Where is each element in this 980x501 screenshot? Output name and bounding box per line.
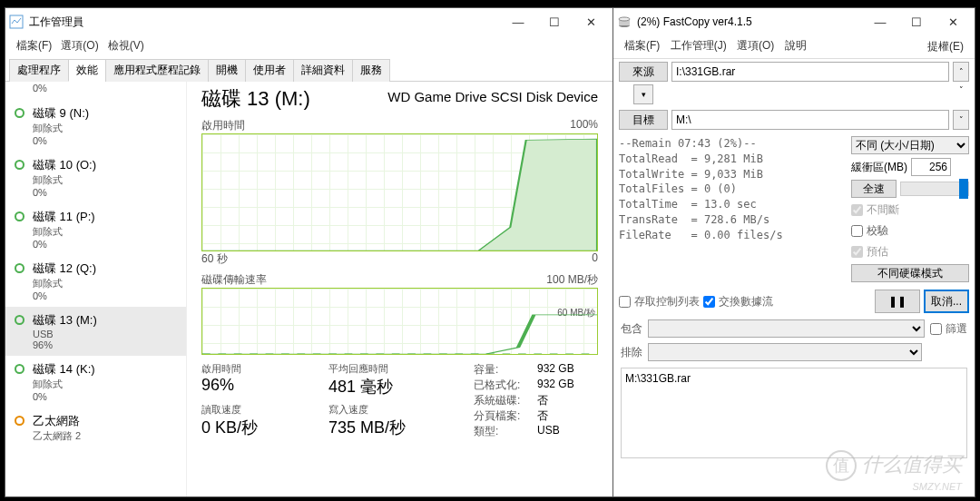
tab-startup[interactable]: 開機: [208, 59, 246, 82]
sidebar-disk-item[interactable]: 磁碟 12 (Q:)卸除式0%: [5, 255, 186, 307]
fullspeed-button[interactable]: 全速: [851, 180, 897, 198]
sidebar-disk-item[interactable]: 磁碟 14 (K:)卸除式0%: [5, 356, 186, 408]
maximize-button[interactable]: ☐: [898, 15, 935, 29]
sidebar-disk-item[interactable]: 乙太網路乙太網路 2: [5, 408, 186, 448]
status-dot-icon: [15, 315, 24, 325]
minimize-button[interactable]: —: [500, 15, 536, 29]
status-text: --Remain 07:43 (2%)-- TotalRead = 9,281 …: [619, 136, 846, 282]
sidebar-disk-item[interactable]: 磁碟 9 (N:)卸除式0%: [5, 100, 186, 152]
status-dot-icon: [15, 211, 24, 221]
tab-details[interactable]: 詳細資料: [293, 59, 353, 82]
crumb: 0%: [33, 83, 47, 93]
disk-heading: 磁碟 13 (M:): [201, 85, 310, 113]
pause-button[interactable]: ❚❚: [875, 290, 920, 313]
diffdisk-button[interactable]: 不同硬碟模式: [851, 264, 969, 282]
close-button[interactable]: ✕: [935, 15, 971, 29]
acl-checkbox[interactable]: [619, 296, 631, 308]
exclude-label: 排除: [621, 345, 642, 360]
sidebar-disk-item[interactable]: 磁碟 13 (M:)USB96%: [5, 307, 186, 356]
status-dot-icon: [15, 263, 24, 273]
chart2-label: 磁碟傳輸速率: [201, 272, 267, 288]
svg-point-3: [619, 17, 630, 21]
menu-options[interactable]: 選項(O): [733, 38, 778, 53]
cancel-button[interactable]: 取消...: [924, 290, 969, 313]
include-label: 包含: [621, 321, 642, 337]
menubar: 檔案(F) 選項(O) 檢視(V): [5, 35, 612, 56]
tabs: 處理程序 效能 應用程式歷程記錄 開機 使用者 詳細資料 服務: [5, 58, 612, 82]
tab-performance[interactable]: 效能: [68, 59, 106, 82]
maximize-button[interactable]: ☐: [536, 15, 573, 29]
tab-users[interactable]: 使用者: [245, 59, 294, 82]
chart-active-time: [201, 133, 598, 251]
menu-file[interactable]: 檔案(F): [13, 37, 55, 54]
chart-transfer-rate: 60 MB/秒: [201, 288, 598, 355]
include-select[interactable]: [648, 319, 925, 338]
mode-select[interactable]: 不同 (大小/日期): [851, 136, 969, 154]
sidebar-disk-item[interactable]: 磁碟 11 (P:)卸除式0%: [5, 203, 186, 255]
status-dot-icon: [15, 160, 24, 170]
tab-apphistory[interactable]: 應用程式歷程記錄: [105, 59, 209, 82]
source-button[interactable]: 來源: [619, 62, 668, 82]
tab-processes[interactable]: 處理程序: [9, 59, 69, 82]
chart1-label: 啟用時間: [201, 118, 245, 133]
filter-checkbox[interactable]: [930, 323, 942, 335]
swap-icon[interactable]: ▾: [633, 84, 653, 104]
task-manager-window: 工作管理員 — ☐ ✕ 檔案(F) 選項(O) 檢視(V) 處理程序 效能 應用…: [5, 8, 613, 496]
stat-write-speed: 735 MB/秒: [328, 417, 456, 438]
menu-elevate[interactable]: 提權(E): [924, 38, 967, 55]
titlebar: 工作管理員 — ☐ ✕: [5, 8, 612, 35]
dest-dropdown-icon[interactable]: ˅: [953, 110, 969, 130]
status-dot-icon: [15, 108, 24, 118]
stat-response-time: 481 毫秒: [328, 376, 456, 398]
source-dropdown-icon[interactable]: ˄˅: [953, 62, 969, 82]
window-title: (2%) FastCopy ver4.1.5: [632, 15, 862, 28]
window-title: 工作管理員: [24, 15, 500, 30]
menu-help[interactable]: 說明: [781, 38, 810, 53]
close-button[interactable]: ✕: [573, 15, 609, 29]
chart1-max: 100%: [570, 118, 598, 133]
taskmgr-icon: [9, 15, 24, 29]
stat-active-time: 96%: [201, 376, 328, 395]
dest-button[interactable]: 目標: [619, 110, 668, 130]
sidebar[interactable]: 0% 磁碟 9 (N:)卸除式0%磁碟 10 (O:)卸除式0%磁碟 11 (P…: [5, 82, 187, 496]
stat-read-speed: 0 KB/秒: [201, 417, 328, 438]
estimate-checkbox: [851, 246, 863, 258]
fastcopy-icon: [617, 15, 632, 29]
status-dot-icon: [15, 416, 24, 426]
tab-services[interactable]: 服務: [352, 59, 390, 82]
status-dot-icon: [15, 364, 24, 374]
dest-input[interactable]: [671, 110, 949, 130]
verify-checkbox[interactable]: [851, 225, 863, 237]
fastcopy-window: (2%) FastCopy ver4.1.5 — ☐ ✕ 檔案(F) 工作管理(…: [613, 8, 975, 496]
speed-slider[interactable]: [900, 182, 969, 196]
minimize-button[interactable]: —: [862, 15, 898, 29]
buffer-input[interactable]: [911, 158, 951, 176]
buffer-label: 緩衝區(MB): [851, 160, 907, 175]
sidebar-disk-item[interactable]: 磁碟 10 (O:)卸除式0%: [5, 152, 186, 203]
exclude-select[interactable]: [648, 343, 922, 361]
log-area[interactable]: M:\331GB.rar: [621, 368, 967, 458]
device-name: WD Game Drive SCSI Disk Device: [387, 89, 598, 104]
menu-jobmgr[interactable]: 工作管理(J): [667, 38, 730, 53]
chart2-max: 100 MB/秒: [546, 272, 598, 288]
titlebar: (2%) FastCopy ver4.1.5 — ☐ ✕: [613, 8, 975, 35]
stream-checkbox[interactable]: [703, 296, 715, 308]
nonstop-checkbox: [851, 204, 863, 216]
menu-file[interactable]: 檔案(F): [621, 38, 663, 53]
menu-view[interactable]: 檢視(V): [104, 37, 148, 54]
menu-options[interactable]: 選項(O): [57, 37, 102, 54]
main-panel: 磁碟 13 (M:) WD Game Drive SCSI Disk Devic…: [187, 82, 612, 496]
source-input[interactable]: [671, 62, 949, 82]
watermark: 值什么值得买SMZY.NET: [826, 450, 962, 492]
